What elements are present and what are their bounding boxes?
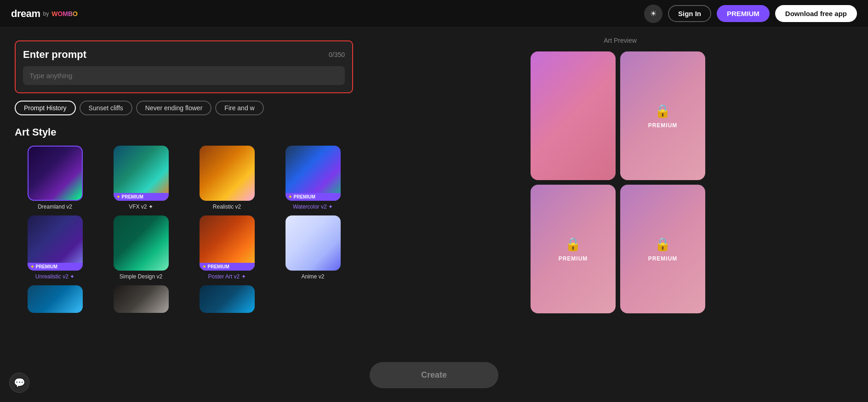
art-label-simple: Simple Design v2 <box>120 273 162 280</box>
preview-card-free <box>531 51 616 180</box>
art-thumb-unrealistic: ✦ PREMIUM <box>28 215 83 271</box>
premium-badge-vfx: ✦ PREMIUM <box>114 193 169 201</box>
main-layout: Enter prompt 0/350 Prompt History Sunset… <box>0 28 868 402</box>
suggestion-pill-flower[interactable]: Never ending flower <box>136 101 212 115</box>
premium-button[interactable]: PREMIUM <box>717 5 770 22</box>
premium-badge-text-2: PREMIUM <box>294 194 315 199</box>
premium-label-2: PREMIUM <box>559 255 588 262</box>
prompt-input[interactable] <box>23 66 345 85</box>
sign-in-button[interactable]: Sign In <box>668 5 711 22</box>
art-style-section: Art Style Dreamland v2 ✦ PREMIUM VFX v2 … <box>15 126 353 313</box>
art-label-unrealistic: Unrealistic v2 ✦ <box>35 273 74 280</box>
chat-icon: 💬 <box>14 377 25 388</box>
sun-icon: ☀ <box>650 9 657 18</box>
art-item-unrealistic[interactable]: ✦ PREMIUM Unrealistic v2 ✦ <box>15 215 95 280</box>
art-style-title: Art Style <box>15 126 353 138</box>
logo-by: by <box>43 11 49 17</box>
art-item-watercolor[interactable]: ✦ PREMIUM Watercolor v2 ✦ <box>273 146 353 210</box>
art-item-partial-3[interactable] <box>187 285 267 313</box>
premium-badge-watercolor: ✦ PREMIUM <box>286 193 341 201</box>
lock-icon-1: 🔒 <box>655 103 671 119</box>
art-thumb-anime <box>286 215 341 271</box>
art-thumb-partial-3 <box>200 285 255 313</box>
premium-badge-unrealistic: ✦ PREMIUM <box>28 263 83 271</box>
create-bar: Create <box>370 362 498 388</box>
prompt-title: Enter prompt <box>23 49 86 61</box>
star-icon-2: ✦ <box>288 194 292 199</box>
premium-badge-poster: ✦ PREMIUM <box>200 263 255 271</box>
premium-badge-text-3: PREMIUM <box>36 264 57 269</box>
prompt-count: 0/350 <box>329 51 345 58</box>
art-preview-title: Art Preview <box>377 37 859 44</box>
art-label-vfx: VFX v2 ✦ <box>129 204 153 210</box>
preview-card-premium-1: 🔒 PREMIUM <box>620 51 705 180</box>
art-item-poster[interactable]: ✦ PREMIUM Poster Art v2 ✦ <box>187 215 267 280</box>
prompt-section: Enter prompt 0/350 <box>15 40 353 93</box>
preview-grid: 🔒 PREMIUM 🔒 PREMIUM 🔒 PREMIUM <box>531 51 705 313</box>
art-label-dreamland: Dreamland v2 <box>38 204 72 210</box>
art-label-poster: Poster Art v2 ✦ <box>208 273 246 280</box>
premium-badge-text-4: PREMIUM <box>208 264 229 269</box>
theme-toggle-button[interactable]: ☀ <box>644 5 662 23</box>
premium-label-1: PREMIUM <box>648 122 678 129</box>
left-panel: Enter prompt 0/350 Prompt History Sunset… <box>0 28 368 402</box>
lock-icon-2: 🔒 <box>565 237 581 252</box>
art-item-partial-2[interactable] <box>101 285 181 313</box>
art-item-realistic[interactable]: Realistic v2 <box>187 146 267 210</box>
right-panel: Art Preview 🔒 PREMIUM 🔒 PREMIUM 🔒 PREMIU… <box>368 28 868 402</box>
art-item-simple[interactable]: Simple Design v2 <box>101 215 181 280</box>
star-icon-4: ✦ <box>202 264 206 269</box>
art-item-partial-1[interactable] <box>15 285 95 313</box>
header: dream by WOMBO ☀ Sign In PREMIUM Downloa… <box>0 0 868 28</box>
create-button[interactable]: Create <box>370 362 498 388</box>
art-label-watercolor: Watercolor v2 ✦ <box>293 204 333 210</box>
header-right: ☀ Sign In PREMIUM Download free app <box>644 5 857 23</box>
art-item-dreamland[interactable]: Dreamland v2 <box>15 146 95 210</box>
art-label-realistic: Realistic v2 <box>213 204 241 210</box>
logo-wombo: WOMBO <box>51 10 78 17</box>
art-item-anime[interactable]: Anime v2 <box>273 215 353 280</box>
preview-card-premium-3: 🔒 PREMIUM <box>620 185 705 313</box>
star-icon-3: ✦ <box>30 264 34 269</box>
premium-badge-text: PREMIUM <box>122 194 143 199</box>
art-label-anime: Anime v2 <box>301 273 324 280</box>
logo-dream: dream <box>11 8 40 20</box>
art-item-vfx[interactable]: ✦ PREMIUM VFX v2 ✦ <box>101 146 181 210</box>
art-style-grid-partial <box>15 285 353 313</box>
download-app-button[interactable]: Download free app <box>775 5 857 22</box>
art-thumb-watercolor: ✦ PREMIUM <box>286 146 341 201</box>
pill-tags: Prompt History Sunset cliffs Never endin… <box>15 101 353 115</box>
art-thumb-partial-2 <box>114 285 169 313</box>
chat-button[interactable]: 💬 <box>9 373 29 393</box>
art-item-partial-4 <box>273 285 353 313</box>
preview-card-premium-2: 🔒 PREMIUM <box>531 185 616 313</box>
art-thumb-partial-1 <box>28 285 83 313</box>
prompt-header: Enter prompt 0/350 <box>23 49 345 61</box>
star-icon: ✦ <box>116 194 120 199</box>
prompt-history-pill[interactable]: Prompt History <box>15 101 76 115</box>
art-thumb-poster: ✦ PREMIUM <box>200 215 255 271</box>
art-thumb-simple <box>114 215 169 271</box>
logo: dream by WOMBO <box>11 8 78 20</box>
art-thumb-vfx: ✦ PREMIUM <box>114 146 169 201</box>
lock-icon-3: 🔒 <box>655 237 671 252</box>
art-style-grid-row2: ✦ PREMIUM Unrealistic v2 ✦ Simple Design… <box>15 215 353 280</box>
art-thumb-dreamland <box>28 146 83 201</box>
suggestion-pill-fire[interactable]: Fire and w <box>215 101 263 115</box>
art-style-grid-row1: Dreamland v2 ✦ PREMIUM VFX v2 ✦ Realisti… <box>15 146 353 210</box>
art-thumb-realistic <box>200 146 255 201</box>
premium-label-3: PREMIUM <box>648 255 678 262</box>
suggestion-pill-sunset[interactable]: Sunset cliffs <box>80 101 132 115</box>
